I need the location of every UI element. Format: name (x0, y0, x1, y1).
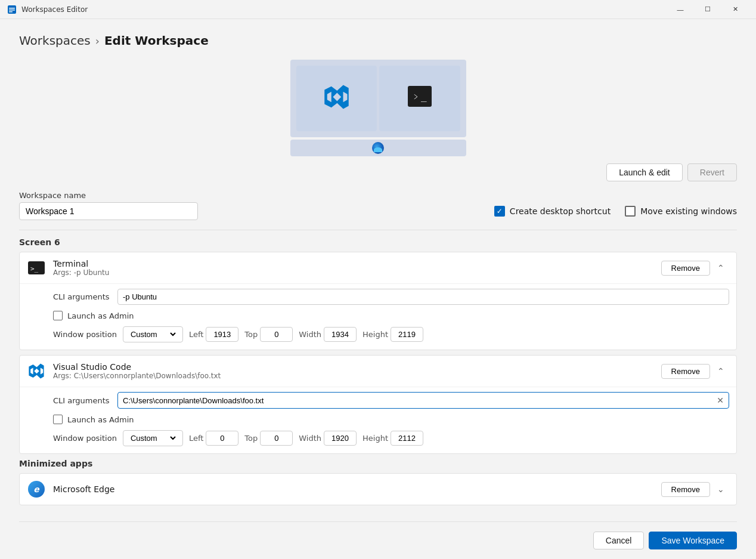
vscode-app-card: Visual Studio Code Args: C:\Users\connor… (19, 355, 737, 454)
vscode-height-field: Height (362, 431, 423, 446)
edge-app-icon (27, 480, 46, 499)
vscode-position-label: Window position (53, 434, 117, 443)
vscode-admin-row: Launch as Admin (53, 415, 729, 424)
vscode-cli-args-input[interactable] (123, 396, 717, 405)
preview-window-vscode (296, 66, 377, 131)
vscode-card-actions: Remove ⌃ (661, 363, 729, 379)
maximize-button[interactable]: ☐ (694, 0, 721, 19)
terminal-cli-args-input[interactable] (117, 289, 729, 305)
vscode-cli-args-label: CLI arguments (53, 396, 113, 405)
workspace-name-section: Workspace name ✓ Create desktop shortcut… (19, 191, 737, 220)
preview-terminal-icon: ﹥_ (408, 85, 432, 112)
terminal-remove-button[interactable]: Remove (661, 261, 710, 276)
terminal-app-card: >_ Terminal Args: -p Ubuntu Remove ⌃ CLI… (19, 252, 737, 350)
breadcrumb-separator: › (95, 35, 100, 47)
title-bar: Workspaces Editor — ☐ ✕ (0, 0, 756, 19)
terminal-position-row: Window position Custom Default Maximized… (53, 326, 729, 342)
edge-card-header: Microsoft Edge Remove ⌄ (20, 474, 736, 505)
terminal-cli-args-label: CLI arguments (53, 292, 113, 301)
terminal-height-label: Height (362, 330, 388, 339)
terminal-height-input[interactable] (391, 327, 423, 342)
svg-rect-3 (9, 11, 13, 13)
workspace-name-row: ✓ Create desktop shortcut Move existing … (19, 202, 737, 220)
terminal-cli-args-row: CLI arguments (53, 289, 729, 305)
terminal-admin-label: Launch as Admin (67, 311, 134, 320)
preview-vscode-icon (323, 84, 350, 114)
vscode-height-input[interactable] (391, 431, 423, 446)
minimize-button[interactable]: — (667, 0, 694, 19)
vscode-admin-checkbox[interactable] (53, 415, 63, 424)
vscode-width-label: Width (299, 434, 321, 443)
vscode-admin-label: Launch as Admin (67, 415, 134, 424)
window-controls: — ☐ ✕ (667, 0, 749, 19)
close-button[interactable]: ✕ (721, 0, 749, 19)
vscode-cli-args-row: CLI arguments ✕ (53, 392, 729, 409)
launch-edit-button[interactable]: Launch & edit (606, 163, 683, 181)
move-windows-label: Move existing windows (640, 206, 737, 216)
vscode-top-label: Top (244, 434, 258, 443)
workspace-name-input[interactable] (19, 202, 198, 220)
vscode-card-header: Visual Studio Code Args: C:\Users\connor… (20, 356, 736, 387)
save-workspace-button[interactable]: Save Workspace (649, 532, 737, 549)
edge-favicon (372, 142, 384, 154)
title-bar-text: Workspaces Editor (21, 5, 662, 14)
edge-app-card: Microsoft Edge Remove ⌄ (19, 473, 737, 505)
vscode-width-field: Width (299, 431, 357, 446)
terminal-app-icon: >_ (27, 258, 46, 277)
vscode-position-row: Window position Custom Default Maximized… (53, 430, 729, 446)
terminal-position-select-input[interactable]: Custom Default Maximized (128, 329, 178, 339)
vscode-cli-args-clear[interactable]: ✕ (717, 396, 724, 405)
terminal-position-label: Window position (53, 330, 117, 339)
move-windows-item[interactable]: Move existing windows (625, 206, 737, 217)
terminal-left-label: Left (189, 330, 203, 339)
preview-area: ﹥_ (19, 60, 737, 156)
edge-icon (28, 481, 45, 498)
preview-window-terminal: ﹥_ (379, 66, 460, 131)
edge-remove-button[interactable]: Remove (661, 482, 710, 497)
vscode-card-body: CLI arguments ✕ Launch as Admin Window p… (20, 387, 736, 453)
vscode-top-input[interactable] (260, 431, 293, 446)
terminal-top-field: Top (244, 327, 293, 342)
breadcrumb-parent[interactable]: Workspaces (19, 33, 91, 48)
vscode-collapse-button[interactable]: ⌃ (712, 363, 729, 379)
breadcrumb: Workspaces › Edit Workspace (19, 33, 737, 48)
svg-text:>_: >_ (30, 265, 39, 273)
vscode-left-field: Left (189, 431, 238, 446)
terminal-admin-checkbox[interactable] (53, 311, 63, 320)
edge-app-info: Microsoft Edge (53, 484, 654, 494)
edge-collapse-button[interactable]: ⌄ (712, 481, 729, 498)
terminal-position-select[interactable]: Custom Default Maximized (123, 326, 183, 342)
check-mark: ✓ (497, 207, 503, 215)
vscode-app-icon (27, 362, 46, 381)
create-shortcut-label: Create desktop shortcut (510, 206, 611, 216)
terminal-top-input[interactable] (260, 327, 293, 342)
vscode-app-info: Visual Studio Code Args: C:\Users\connor… (53, 362, 654, 380)
vscode-cli-args-container: ✕ (117, 392, 729, 409)
terminal-collapse-button[interactable]: ⌃ (712, 260, 729, 276)
create-shortcut-item[interactable]: ✓ Create desktop shortcut (494, 206, 611, 217)
vscode-remove-button[interactable]: Remove (661, 364, 710, 379)
cancel-button[interactable]: Cancel (593, 532, 645, 549)
terminal-left-input[interactable] (206, 327, 238, 342)
terminal-width-field: Width (299, 327, 357, 342)
vscode-app-args: Args: C:\Users\connorplante\Downloads\fo… (53, 372, 654, 380)
terminal-left-field: Left (189, 327, 238, 342)
edge-card-actions: Remove ⌄ (661, 481, 729, 498)
terminal-card-header: >_ Terminal Args: -p Ubuntu Remove ⌃ (20, 252, 736, 283)
checkbox-group: ✓ Create desktop shortcut Move existing … (494, 206, 737, 217)
vscode-position-select-input[interactable]: Custom Default Maximized (128, 433, 178, 443)
vscode-width-input[interactable] (324, 431, 357, 446)
app-content: Workspaces › Edit Workspace ﹥_ (0, 19, 756, 559)
create-shortcut-checkbox[interactable]: ✓ (494, 206, 505, 217)
revert-button[interactable]: Revert (687, 163, 737, 181)
minimized-section-label: Minimized apps (19, 459, 737, 468)
vscode-left-label: Left (189, 434, 203, 443)
workspace-name-label: Workspace name (19, 191, 737, 200)
vscode-position-select[interactable]: Custom Default Maximized (123, 430, 183, 446)
screen-section-label: Screen 6 (19, 237, 737, 247)
terminal-top-label: Top (244, 330, 258, 339)
terminal-width-input[interactable] (324, 327, 357, 342)
svg-rect-1 (9, 8, 15, 9)
move-windows-checkbox[interactable] (625, 206, 636, 217)
vscode-left-input[interactable] (206, 431, 238, 446)
